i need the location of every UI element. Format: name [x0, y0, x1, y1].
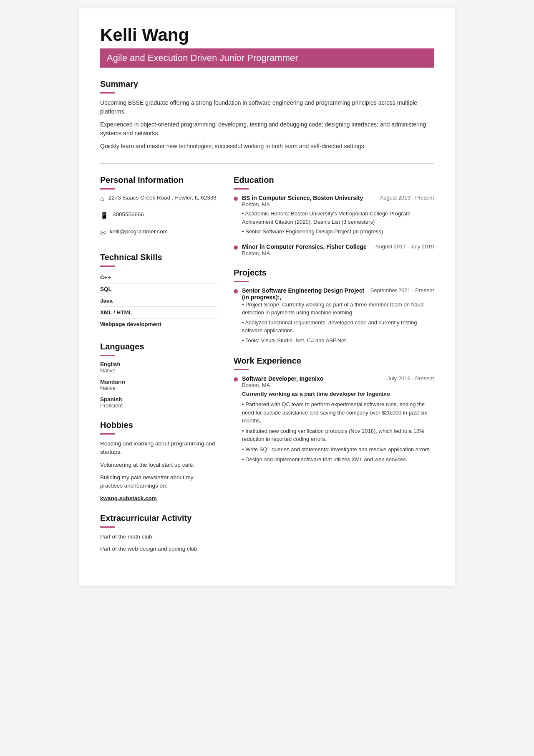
- hobby-1: Reading and learning about programming a…: [100, 440, 217, 457]
- email-text: kelli@programmer.com: [110, 228, 168, 235]
- edu-bullet-0-0: • Academic Honors: Boston University's M…: [242, 210, 434, 226]
- projects-underline: [234, 281, 249, 282]
- work-job-title-0: Software Developer, Ingenixo: [242, 375, 323, 382]
- languages-underline: [100, 355, 115, 356]
- lang-spanish: Spanish Proficient: [100, 396, 217, 409]
- skills-title: Technical Skills: [100, 253, 217, 262]
- resume-container: Kelli Wang Agile and Execution Driven Ju…: [79, 8, 455, 586]
- work-location-0: Boston, MA: [242, 382, 434, 388]
- summary-p1: Upcoming BSSE graduate offering a strong…: [100, 99, 434, 116]
- summary-title: Summary: [100, 79, 434, 89]
- summary-p3: Quickly learn and master new technologie…: [100, 142, 434, 151]
- proj-bullet-0-1: • Analyzed functional requirements, deve…: [242, 319, 434, 335]
- summary-section: Summary Upcoming BSSE graduate offering …: [100, 79, 434, 151]
- lang-mandarin: Mandarin Native: [100, 379, 217, 391]
- address-text: 2273 Isaacs Creek Road , Fowler, IL 6233…: [108, 195, 217, 201]
- phone-icon: 📱: [100, 212, 108, 220]
- header-subtitle: Agile and Execution Driven Junior Progra…: [100, 48, 434, 68]
- work-section: Work Experience Software Developer, Inge…: [234, 356, 434, 464]
- education-underline: [234, 188, 249, 190]
- address-item: ⌂ 2273 Isaacs Creek Road , Fowler, IL 62…: [100, 195, 217, 207]
- skill-xml: XML / HTML: [100, 307, 217, 319]
- education-title: Education: [234, 175, 434, 185]
- proj-header-0: Senior Software Engineering Design Proje…: [242, 287, 434, 301]
- work-bullet-0-3: • Design and implement software that uti…: [242, 455, 434, 464]
- right-column: Education BS in Computer Science, Boston…: [234, 175, 434, 565]
- edu-degree-0: BS in Computer Science, Boston Universit…: [242, 195, 376, 201]
- work-bullet-0-2: • Write SQL queries and statements; inve…: [242, 445, 434, 454]
- lang-english-level: Native: [100, 367, 217, 374]
- proj-date-0: September 2021 - Present: [370, 287, 434, 293]
- extracurricular-title: Extracurricular Activity: [100, 513, 217, 523]
- section-divider: [100, 163, 434, 164]
- lang-mandarin-name: Mandarin: [100, 379, 217, 385]
- edu-entry-1: Minor in Computer Forensics, Fisher Coll…: [234, 243, 434, 256]
- email-icon: ✉: [100, 229, 106, 237]
- edu-degree-1: Minor in Computer Forensics, Fisher Coll…: [242, 243, 371, 250]
- work-underline: [234, 369, 249, 370]
- lang-spanish-level: Proficient: [100, 402, 217, 409]
- summary-p2: Experienced in object-oriented programmi…: [100, 120, 434, 138]
- personal-underline: [100, 188, 115, 190]
- work-entry-0: Software Developer, Ingenixo July 2016 -…: [234, 375, 434, 464]
- work-subtitle-0: Currently working as a part time develop…: [242, 391, 434, 397]
- work-title: Work Experience: [234, 356, 434, 366]
- proj-bullet-0-2: • Tools: Visual Studio .Net, C# and ASP.…: [242, 336, 434, 345]
- languages-section: Languages English Native Mandarin Native…: [100, 342, 217, 409]
- summary-underline: [100, 92, 115, 94]
- hobby-2: Volunteering at the local start up café.: [100, 461, 217, 469]
- lang-english-name: English: [100, 361, 217, 367]
- extracurr-1: Part of the math club.: [100, 533, 217, 541]
- languages-title: Languages: [100, 342, 217, 351]
- header-name: Kelli Wang: [100, 25, 434, 45]
- skills-underline: [100, 265, 115, 267]
- hobbies-section: Hobbies Reading and learning about progr…: [100, 420, 217, 502]
- personal-title: Personal Information: [100, 175, 217, 185]
- hobby-link[interactable]: kwang.substack.com: [100, 495, 157, 501]
- proj-title-0: Senior Software Engineering Design Proje…: [242, 287, 366, 301]
- two-col-layout: Personal Information ⌂ 2273 Isaacs Creek…: [100, 175, 434, 565]
- lang-spanish-name: Spanish: [100, 396, 217, 402]
- skills-section: Technical Skills C++ SQL Java XML / HTML…: [100, 253, 217, 330]
- skill-java: Java: [100, 295, 217, 307]
- edu-bullet-0-1: • Senior Software Engineering Design Pro…: [242, 228, 434, 236]
- hobby-3: Building my paid newsletter about my pra…: [100, 473, 217, 491]
- extracurr-2: Part of the web design and coding club.: [100, 545, 217, 553]
- proj-bullet-0-0: • Project Scope: Currently working as pa…: [242, 301, 434, 317]
- work-header-0: Software Developer, Ingenixo July 2016 -…: [242, 375, 434, 382]
- hobbies-underline: [100, 433, 115, 435]
- work-bullet-0-0: • Partnered with QC team to perform expe…: [242, 400, 434, 425]
- projects-section: Projects Senior Software Engineering Des…: [234, 268, 434, 345]
- edu-location-0: Boston, MA: [242, 201, 434, 207]
- hobbies-title: Hobbies: [100, 420, 217, 430]
- address-icon: ⌂: [100, 195, 104, 202]
- projects-title: Projects: [234, 268, 434, 278]
- edu-header-0: BS in Computer Science, Boston Universit…: [242, 195, 434, 201]
- lang-english: English Native: [100, 361, 217, 374]
- work-date-0: July 2016 - Present: [387, 375, 434, 382]
- edu-date-1: August 2017 - July 2019: [375, 243, 434, 250]
- proj-entry-0: Senior Software Engineering Design Proje…: [234, 287, 434, 345]
- work-bullet-0-1: • Instituted new coding verification pro…: [242, 427, 434, 443]
- extracurricular-underline: [100, 526, 115, 528]
- email-item: ✉ kelli@programmer.com: [100, 228, 217, 241]
- personal-section: Personal Information ⌂ 2273 Isaacs Creek…: [100, 175, 217, 241]
- edu-location-1: Boston, MA: [242, 250, 434, 256]
- skill-sql: SQL: [100, 283, 217, 295]
- extracurricular-section: Extracurricular Activity Part of the mat…: [100, 513, 217, 553]
- education-section: Education BS in Computer Science, Boston…: [234, 175, 434, 256]
- skill-web: Webpage development: [100, 319, 217, 330]
- skill-cpp: C++: [100, 272, 217, 283]
- edu-header-1: Minor in Computer Forensics, Fisher Coll…: [242, 243, 434, 250]
- edu-date-0: August 2019 - Present: [380, 195, 434, 201]
- left-column: Personal Information ⌂ 2273 Isaacs Creek…: [100, 175, 217, 565]
- phone-text: 3005556666: [113, 211, 144, 217]
- phone-item: 📱 3005556666: [100, 211, 217, 224]
- lang-mandarin-level: Native: [100, 385, 217, 391]
- edu-entry-0: BS in Computer Science, Boston Universit…: [234, 195, 434, 236]
